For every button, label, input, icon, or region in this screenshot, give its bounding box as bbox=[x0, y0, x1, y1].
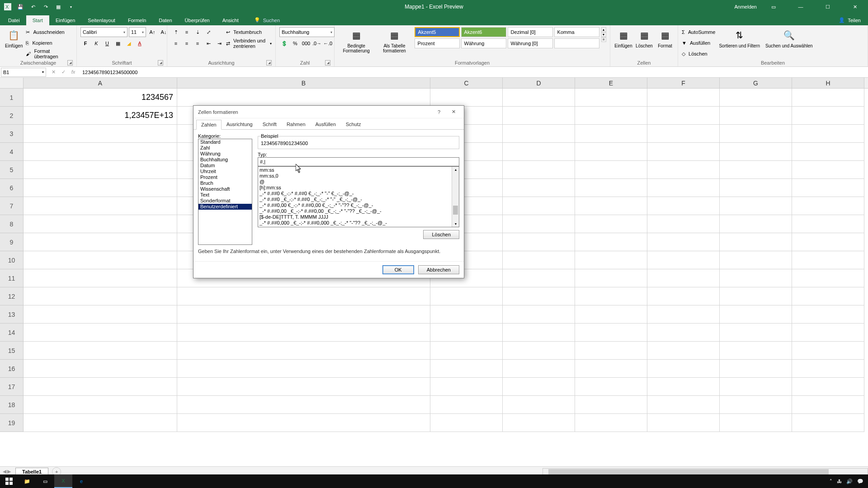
cell-H15[interactable] bbox=[792, 342, 864, 360]
type-option[interactable]: mm:ss,0 bbox=[259, 173, 458, 179]
number-launcher[interactable]: ◢ bbox=[325, 60, 330, 66]
cell-B18[interactable] bbox=[177, 396, 430, 414]
row-header-8[interactable]: 8 bbox=[0, 215, 24, 233]
cell-G7[interactable] bbox=[720, 197, 792, 215]
maximize-icon[interactable]: ☐ bbox=[817, 0, 838, 14]
notifications-icon[interactable]: 💬 bbox=[857, 479, 863, 484]
cell-H17[interactable] bbox=[792, 378, 864, 396]
cell-G4[interactable] bbox=[720, 143, 792, 161]
cell-H16[interactable] bbox=[792, 360, 864, 378]
align-top-icon[interactable]: ⇡ bbox=[171, 27, 181, 37]
style-prozent[interactable]: Prozent bbox=[415, 38, 460, 48]
cell-D1[interactable] bbox=[503, 89, 575, 107]
category-item[interactable]: Prozent bbox=[198, 174, 252, 180]
tab-nav-prev-icon[interactable]: ◀ bbox=[3, 469, 6, 474]
cell-G17[interactable] bbox=[720, 378, 792, 396]
row-header-5[interactable]: 5 bbox=[0, 161, 24, 179]
cell-styles-gallery[interactable]: Akzent5 Akzent6 Dezimal [0] Komma Prozen… bbox=[415, 27, 599, 48]
cell-H14[interactable] bbox=[792, 324, 864, 342]
chevron-down-icon[interactable]: ▾ bbox=[601, 32, 606, 37]
orientation-icon[interactable]: ⤢ bbox=[203, 27, 213, 37]
cell-D9[interactable] bbox=[503, 233, 575, 251]
cell-F6[interactable] bbox=[647, 179, 720, 197]
tray-chevron-icon[interactable]: ˄ bbox=[830, 479, 832, 484]
cancel-button[interactable]: Abbrechen bbox=[418, 265, 459, 274]
cell-E19[interactable] bbox=[575, 414, 647, 432]
row-header-3[interactable]: 3 bbox=[0, 125, 24, 143]
type-option[interactable]: [h]:mm:ss bbox=[259, 185, 458, 191]
cell-B19[interactable] bbox=[177, 414, 430, 432]
gallery-more-icon[interactable]: ≡ bbox=[601, 37, 606, 42]
category-item[interactable]: Währung bbox=[198, 151, 252, 157]
insert-cells-button[interactable]: ▦Einfügen bbox=[614, 27, 633, 49]
cell-F16[interactable] bbox=[647, 360, 720, 378]
cell-F17[interactable] bbox=[647, 378, 720, 396]
cell-B15[interactable] bbox=[177, 342, 430, 360]
cell-E15[interactable] bbox=[575, 342, 647, 360]
type-option[interactable]: mm:ss bbox=[259, 167, 458, 173]
task-view-icon[interactable]: ▭ bbox=[36, 474, 54, 488]
name-box[interactable]: B1▾ bbox=[1, 68, 46, 77]
cell-D14[interactable] bbox=[503, 324, 575, 342]
cell-F19[interactable] bbox=[647, 414, 720, 432]
cancel-formula-icon[interactable]: ✕ bbox=[49, 69, 58, 75]
cell-E1[interactable] bbox=[575, 89, 647, 107]
cell-H11[interactable] bbox=[792, 269, 864, 287]
excel-taskbar-icon[interactable]: X bbox=[54, 474, 72, 488]
type-option[interactable]: _-* #.##0 _€_-;-* #.##0 _€_-;_-* "-" _€_… bbox=[259, 197, 458, 202]
cell-G16[interactable] bbox=[720, 360, 792, 378]
cell-D19[interactable] bbox=[503, 414, 575, 432]
font-size-combo[interactable]: ▾ bbox=[129, 27, 146, 37]
col-header-A[interactable]: A bbox=[24, 78, 177, 88]
clipboard-launcher[interactable]: ◢ bbox=[67, 60, 73, 66]
cell-B1[interactable] bbox=[177, 89, 430, 107]
cell-D4[interactable] bbox=[503, 143, 575, 161]
chevron-up-icon[interactable]: ▴ bbox=[601, 27, 606, 32]
gallery-scroll[interactable]: ▴▾≡ bbox=[601, 27, 606, 42]
cell-E18[interactable] bbox=[575, 396, 647, 414]
cell-H6[interactable] bbox=[792, 179, 864, 197]
start-button[interactable] bbox=[0, 474, 18, 488]
col-header-C[interactable]: C bbox=[430, 78, 503, 88]
cell-A13[interactable] bbox=[24, 305, 177, 324]
find-select-button[interactable]: 🔍Suchen und Auswählen bbox=[764, 27, 815, 49]
cell-A10[interactable] bbox=[24, 251, 177, 269]
category-item[interactable]: Text bbox=[198, 192, 252, 198]
style-waehrung[interactable]: Währung bbox=[461, 38, 506, 48]
undo-icon[interactable]: ↶ bbox=[28, 2, 38, 12]
cell-A9[interactable] bbox=[24, 233, 177, 251]
cell-C15[interactable] bbox=[430, 342, 503, 360]
cell-F1[interactable] bbox=[647, 89, 720, 107]
row-header-6[interactable]: 6 bbox=[0, 179, 24, 197]
scrollbar-thumb[interactable] bbox=[548, 469, 829, 474]
format-as-table-button[interactable]: ▦Als Tabelle formatieren bbox=[376, 27, 412, 54]
tab-nav-next-icon[interactable]: ▶ bbox=[7, 469, 11, 474]
qat-customize-icon[interactable]: ▾ bbox=[66, 2, 76, 12]
cell-F13[interactable] bbox=[647, 305, 720, 324]
cell-G10[interactable] bbox=[720, 251, 792, 269]
row-header-14[interactable]: 14 bbox=[0, 324, 24, 342]
category-item[interactable]: Standard bbox=[198, 139, 252, 145]
indent-decrease-icon[interactable]: ⇤ bbox=[203, 38, 213, 48]
cell-F9[interactable] bbox=[647, 233, 720, 251]
cell-H7[interactable] bbox=[792, 197, 864, 215]
cell-E9[interactable] bbox=[575, 233, 647, 251]
category-item[interactable]: Zahl bbox=[198, 145, 252, 151]
delete-format-button[interactable]: Löschen bbox=[423, 230, 459, 239]
font-launcher[interactable]: ◢ bbox=[158, 60, 163, 66]
category-item[interactable]: Sonderformat bbox=[198, 198, 252, 204]
type-option[interactable]: _-* #.##0,00 _€_-;-* #.##0,00 _€_-;_-* "… bbox=[259, 208, 458, 214]
cell-F11[interactable] bbox=[647, 269, 720, 287]
cell-A7[interactable] bbox=[24, 197, 177, 215]
alignment-launcher[interactable]: ◢ bbox=[266, 60, 272, 66]
cell-E7[interactable] bbox=[575, 197, 647, 215]
cell-E14[interactable] bbox=[575, 324, 647, 342]
scroll-down-icon[interactable]: ▾ bbox=[452, 221, 459, 227]
cell-H3[interactable] bbox=[792, 125, 864, 143]
cell-E5[interactable] bbox=[575, 161, 647, 179]
conditional-formatting-button[interactable]: ▦Bedingte Formatierung bbox=[338, 27, 374, 54]
type-option[interactable]: _-* #.##0,00 €_-;-* #.##0,00 €_-;_-* "-"… bbox=[259, 202, 458, 208]
cell-A1[interactable]: 1234567 bbox=[24, 89, 177, 107]
row-header-17[interactable]: 17 bbox=[0, 378, 24, 396]
format-painter-button[interactable]: 🖌 Format übertragen bbox=[26, 49, 73, 59]
